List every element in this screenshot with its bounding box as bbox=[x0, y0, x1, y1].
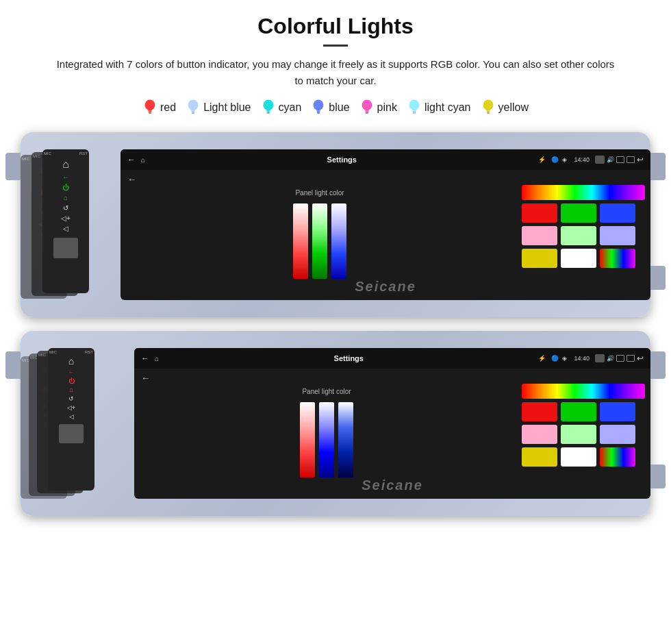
svg-point-20 bbox=[409, 99, 419, 110]
color-label-pink: pink bbox=[377, 101, 397, 114]
svg-point-16 bbox=[362, 99, 372, 110]
description-text: Integrated with 7 colors of button indic… bbox=[55, 56, 616, 89]
svg-point-8 bbox=[263, 99, 273, 110]
svg-rect-14 bbox=[317, 112, 320, 113]
svg-rect-10 bbox=[266, 112, 270, 113]
svg-rect-9 bbox=[266, 110, 270, 112]
svg-rect-18 bbox=[365, 112, 368, 113]
svg-rect-22 bbox=[413, 112, 416, 113]
color-item-red: red bbox=[142, 99, 176, 116]
svg-rect-2 bbox=[149, 112, 152, 113]
device-row-2: MICRST ⌂ ← ⏻ ⌂ ↺ ◁+ ◁ MICRST ⌂ ← ⏻ bbox=[21, 327, 650, 519]
svg-point-4 bbox=[188, 99, 199, 110]
device-row-1: MICRST ⌂ ← ⏻ ⌂ ↺ ◁+ ◁ MICRST ⌂ ← ⏻ bbox=[21, 129, 650, 321]
svg-rect-5 bbox=[191, 110, 195, 112]
devices-section: MICRST ⌂ ← ⏻ ⌂ ↺ ◁+ ◁ MICRST ⌂ ← ⏻ bbox=[21, 129, 650, 519]
color-label-lightcyan: light cyan bbox=[425, 101, 471, 114]
head-unit-1: MICRST ⌂ ← ⏻ ⌂ ↺ ◁+ ◁ MICRST ⌂ ← ⏻ bbox=[21, 132, 650, 317]
svg-rect-11 bbox=[267, 112, 270, 113]
color-item-lightblue: Light blue bbox=[186, 99, 251, 116]
panel-light-label: Panel light color bbox=[295, 189, 344, 197]
color-item-yellow: yellow bbox=[481, 99, 529, 116]
color-item-blue: blue bbox=[311, 99, 349, 116]
page-container: Colorful Lights Integrated with 7 colors… bbox=[0, 0, 671, 644]
svg-rect-1 bbox=[148, 110, 152, 112]
color-label-lightblue: Light blue bbox=[203, 101, 251, 114]
svg-rect-26 bbox=[486, 112, 490, 113]
svg-rect-6 bbox=[192, 112, 195, 113]
color-list: red Light blue cyan bbox=[142, 99, 529, 116]
color-item-lightcyan: light cyan bbox=[407, 99, 471, 116]
bulb-icon-yellow bbox=[481, 99, 496, 116]
color-item-pink: pink bbox=[359, 99, 397, 116]
screen-body-2: ← Panel light color bbox=[134, 369, 650, 499]
color-label-red: red bbox=[160, 101, 176, 114]
main-screen-2: ← ⌂ Settings ⚡ 🔵 ◈ 14:40 🔊 bbox=[134, 348, 650, 499]
screen-header-2: ← ⌂ Settings ⚡ 🔵 ◈ 14:40 🔊 bbox=[134, 348, 650, 369]
screen-body-1: ← Panel light color bbox=[121, 170, 650, 300]
svg-rect-17 bbox=[365, 110, 369, 112]
page-title: Colorful Lights bbox=[257, 14, 414, 39]
color-item-cyan: cyan bbox=[261, 99, 302, 116]
svg-rect-7 bbox=[192, 112, 194, 113]
settings-title: Settings bbox=[151, 156, 533, 164]
title-divider bbox=[323, 45, 348, 47]
panel-light-label-2: Panel light color bbox=[302, 388, 351, 395]
settings-title-2: Settings bbox=[164, 354, 533, 362]
head-unit-2: MICRST ⌂ ← ⏻ ⌂ ↺ ◁+ ◁ MICRST ⌂ ← ⏻ bbox=[21, 331, 650, 516]
svg-rect-25 bbox=[486, 110, 490, 112]
bulb-icon-lightblue bbox=[186, 99, 201, 116]
svg-rect-21 bbox=[412, 110, 416, 112]
svg-rect-27 bbox=[487, 112, 490, 113]
bulb-icon-red bbox=[142, 99, 157, 116]
time-display: 14:40 bbox=[574, 156, 590, 163]
screen-header-1: ← ⌂ Settings ⚡ 🔵 ◈ 14:40 🔊 bbox=[121, 149, 650, 170]
svg-point-0 bbox=[145, 99, 155, 110]
bulb-icon-blue bbox=[311, 99, 326, 116]
bulb-icon-pink bbox=[359, 99, 375, 116]
svg-rect-3 bbox=[149, 112, 151, 113]
svg-rect-19 bbox=[366, 112, 368, 113]
svg-point-12 bbox=[314, 99, 324, 110]
color-label-cyan: cyan bbox=[279, 101, 302, 114]
svg-rect-15 bbox=[317, 112, 320, 113]
svg-point-24 bbox=[483, 99, 493, 110]
bulb-icon-cyan bbox=[261, 99, 276, 116]
bulb-icon-lightcyan bbox=[407, 99, 422, 116]
color-label-yellow: yellow bbox=[498, 101, 529, 114]
main-screen-1: ← ⌂ Settings ⚡ 🔵 ◈ 14:40 🔊 bbox=[121, 149, 650, 300]
svg-rect-23 bbox=[413, 112, 416, 113]
color-label-blue: blue bbox=[329, 101, 349, 114]
svg-rect-13 bbox=[317, 110, 321, 112]
time-display-2: 14:40 bbox=[574, 355, 590, 362]
